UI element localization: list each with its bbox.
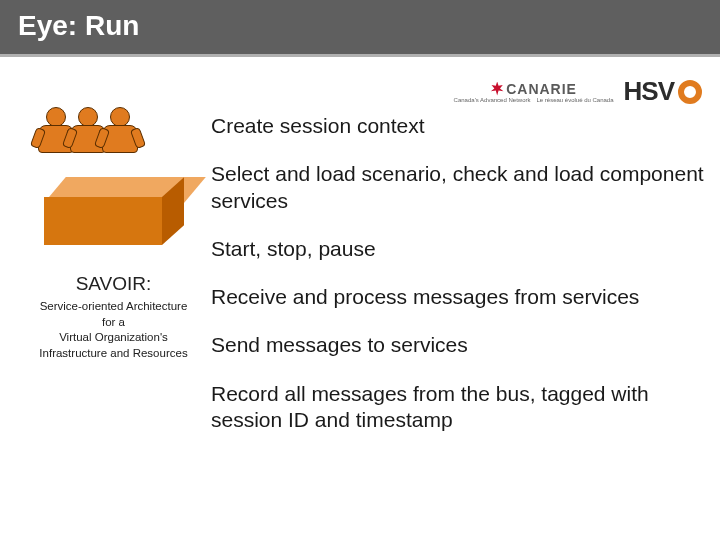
logo-canarie-tag-left: Canada's Advanced Network [454,97,531,103]
page-title: Eye: Run [18,10,139,41]
logo-row: CANARIE Canada's Advanced Network Le rés… [454,76,702,107]
savoir-line1: Service-oriented Architecture [24,299,204,315]
logo-canarie: CANARIE Canada's Advanced Network Le rés… [454,81,614,103]
maple-leaf-icon [490,82,504,96]
right-column: Create session context Select and load s… [211,107,704,455]
savoir-title: SAVOIR: [24,273,204,295]
bullet-item: Create session context [211,113,704,139]
logo-canarie-tag-right: Le réseau évolué du Canada [536,97,613,103]
people-box-graphic [34,107,194,247]
savoir-line2: for a [24,315,204,331]
logo-hsvo: HSV [624,76,702,107]
content-area: SAVOIR: Service-oriented Architecture fo… [0,57,720,455]
bullet-item: Send messages to services [211,332,704,358]
logo-canarie-name: CANARIE [506,81,577,97]
bullet-item: Receive and process messages from servic… [211,284,704,310]
savoir-line4: Infrastructure and Resources [24,346,204,362]
savoir-block: SAVOIR: Service-oriented Architecture fo… [24,273,204,361]
box-icon [44,177,184,247]
logo-hsvo-text: HSV [624,76,674,107]
title-bar: Eye: Run [0,0,720,57]
savoir-line3: Virtual Organization's [24,330,204,346]
person-icon [100,107,140,167]
bullet-item: Record all messages from the bus, tagged… [211,381,704,434]
ring-icon [678,80,702,104]
left-column: SAVOIR: Service-oriented Architecture fo… [16,107,211,455]
bullet-item: Select and load scenario, check and load… [211,161,704,214]
bullet-item: Start, stop, pause [211,236,704,262]
